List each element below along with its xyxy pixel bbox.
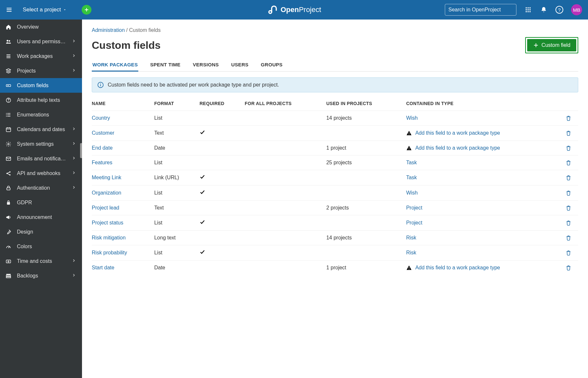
- tab-spent-time[interactable]: Spent time: [149, 59, 181, 71]
- svg-rect-12: [527, 9, 528, 10]
- tab-users[interactable]: Users: [230, 59, 249, 71]
- type-link[interactable]: Risk: [406, 250, 416, 255]
- plus-icon: [533, 42, 539, 48]
- type-link[interactable]: Wish: [406, 190, 418, 196]
- menu-icon: [6, 7, 12, 13]
- sidebar-item-work-packages[interactable]: Work packages: [0, 49, 82, 63]
- lines-icon: [5, 53, 12, 60]
- sidebar-item-enumerations[interactable]: Enumerations: [0, 107, 82, 122]
- users-icon: [5, 38, 12, 45]
- sidebar-item-custom-fields[interactable]: Custom fields: [0, 78, 82, 93]
- cf-format: Text: [154, 126, 199, 141]
- cf-name-link[interactable]: End date: [92, 145, 113, 151]
- delete-button[interactable]: [565, 205, 572, 211]
- hamburger-button[interactable]: [3, 4, 15, 16]
- delete-button[interactable]: [565, 250, 572, 256]
- cf-used-in: 2 projects: [326, 201, 406, 215]
- modules-button[interactable]: [524, 6, 532, 14]
- delete-button[interactable]: [565, 145, 572, 151]
- check-icon: [199, 174, 205, 180]
- sidebar-item-attribute-help-texts[interactable]: Attribute help texts: [0, 93, 82, 107]
- cf-name-link[interactable]: Features: [92, 160, 112, 165]
- gauge-icon: [5, 243, 12, 250]
- notifications-button[interactable]: [540, 6, 548, 14]
- sidebar-item-users-and-permissi[interactable]: Users and permissi…: [0, 34, 82, 49]
- delete-button[interactable]: [565, 220, 572, 226]
- check-icon: [199, 189, 205, 195]
- delete-button[interactable]: [565, 115, 572, 121]
- sidebar-item-design[interactable]: Design: [0, 224, 82, 239]
- delete-button[interactable]: [565, 190, 572, 196]
- delete-button[interactable]: [565, 235, 572, 241]
- th-format[interactable]: FORMAT: [154, 98, 199, 111]
- cf-format: List: [154, 215, 199, 231]
- sidebar-item-colors[interactable]: Colors: [0, 239, 82, 254]
- add-type-link[interactable]: Add this field to a work package type: [415, 145, 500, 151]
- delete-button[interactable]: [565, 264, 572, 271]
- tab-versions[interactable]: Versions: [192, 59, 219, 71]
- cf-name-link[interactable]: Organization: [92, 190, 121, 196]
- type-link[interactable]: Risk: [406, 235, 416, 240]
- th-used-in[interactable]: USED IN PROJECTS: [326, 98, 406, 111]
- cf-name-link[interactable]: Risk mitigation: [92, 235, 126, 240]
- avatar-initials: MB: [573, 7, 581, 13]
- cf-format: List: [154, 111, 199, 126]
- cf-name-link[interactable]: Customer: [92, 130, 114, 136]
- enum-icon: [5, 112, 12, 118]
- cf-used-in: 25 projects: [326, 155, 406, 170]
- th-contained[interactable]: CONTAINED IN TYPE: [406, 98, 565, 111]
- cf-used-in: 1 project: [326, 141, 406, 155]
- type-link[interactable]: Task: [406, 160, 417, 165]
- cf-used-in: 14 projects: [326, 231, 406, 245]
- tab-work-packages[interactable]: Work packages: [92, 59, 138, 72]
- tab-groups[interactable]: Groups: [260, 59, 283, 71]
- th-required[interactable]: REQUIRED: [199, 98, 245, 111]
- type-link[interactable]: Project: [406, 220, 422, 225]
- openproject-icon: [267, 4, 278, 15]
- help-button[interactable]: ?: [555, 6, 563, 14]
- breadcrumb-parent[interactable]: Administration: [92, 27, 125, 33]
- megaphone-icon: [5, 214, 12, 221]
- chevron-right-icon: [72, 273, 77, 279]
- delete-button[interactable]: [565, 174, 572, 181]
- chevron-right-icon: [72, 68, 77, 74]
- search-input[interactable]: [448, 7, 513, 13]
- th-for-all[interactable]: FOR ALL PROJECTS: [245, 98, 326, 111]
- brand-logo[interactable]: OpenProject: [267, 4, 321, 15]
- sidebar-item-emails-and-notificat[interactable]: Emails and notificat…: [0, 151, 82, 166]
- cf-name-link[interactable]: Project lead: [92, 205, 119, 210]
- sidebar-item-projects[interactable]: Projects: [0, 63, 82, 78]
- delete-button[interactable]: [565, 159, 572, 166]
- cf-name-link[interactable]: Country: [92, 115, 110, 121]
- sidebar-item-api-and-webhooks[interactable]: API and webhooks: [0, 166, 82, 181]
- sidebar-item-calendars-and-dates[interactable]: Calendars and dates: [0, 122, 82, 137]
- sidebar-item-overview[interactable]: Overview: [0, 20, 82, 34]
- cf-name-link[interactable]: Meeting Link: [92, 175, 121, 180]
- new-custom-field-button[interactable]: Custom field: [527, 39, 576, 51]
- delete-button[interactable]: [565, 130, 572, 136]
- sidebar-item-time-and-costs[interactable]: Time and costs: [0, 254, 82, 268]
- cf-name-link[interactable]: Risk probability: [92, 250, 127, 255]
- sidebar-item-authentication[interactable]: Authentication: [0, 181, 82, 195]
- type-link[interactable]: Wish: [406, 115, 418, 121]
- add-type-link[interactable]: Add this field to a work package type: [415, 130, 500, 136]
- new-quick-button[interactable]: [82, 5, 91, 15]
- page-title: Custom fields: [92, 39, 161, 51]
- sidebar-resizer[interactable]: [80, 143, 82, 158]
- sidebar-item-gdpr[interactable]: GDPR: [0, 195, 82, 210]
- type-link[interactable]: Project: [406, 205, 422, 210]
- user-avatar[interactable]: MB: [571, 4, 582, 15]
- sidebar-item-backlogs[interactable]: Backlogs: [0, 268, 82, 283]
- cf-name-link[interactable]: Project status: [92, 220, 123, 225]
- project-selector[interactable]: Select a project: [20, 5, 70, 15]
- global-search[interactable]: [445, 4, 516, 16]
- th-name[interactable]: NAME: [92, 98, 154, 111]
- brand-text: OpenProject: [280, 6, 321, 14]
- add-type-link[interactable]: Add this field to a work package type: [415, 265, 500, 271]
- sidebar-item-announcement[interactable]: Announcement: [0, 210, 82, 224]
- cf-format: Date: [154, 261, 199, 275]
- sidebar-item-system-settings[interactable]: System settings: [0, 137, 82, 151]
- type-link[interactable]: Task: [406, 175, 417, 180]
- cf-name-link[interactable]: Start date: [92, 265, 114, 270]
- warning-icon: [406, 265, 412, 271]
